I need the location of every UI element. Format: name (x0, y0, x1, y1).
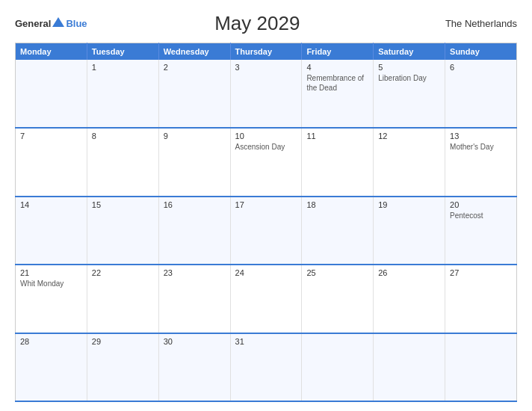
calendar-table: Monday Tuesday Wednesday Thursday Friday… (15, 43, 517, 402)
day-number: 2 (164, 63, 226, 72)
calendar-cell: 23 (158, 265, 230, 333)
day-event: Ascension Day (235, 143, 285, 151)
calendar-cell: 31 (230, 333, 302, 401)
logo-general-text: General (15, 18, 51, 29)
day-number: 31 (235, 337, 297, 346)
calendar-cell (302, 333, 374, 401)
calendar-cell: 3 (230, 60, 302, 128)
country-label: The Netherlands (427, 18, 517, 29)
weekday-header-row: Monday Tuesday Wednesday Thursday Friday… (16, 43, 517, 61)
calendar-cell: 18 (302, 197, 374, 265)
calendar-cell: 21Whit Monday (16, 265, 87, 333)
calendar-cell (374, 333, 445, 401)
day-number: 20 (450, 200, 512, 209)
calendar-cell: 11 (302, 128, 374, 196)
calendar-cell: 8 (87, 128, 158, 196)
day-number: 24 (235, 268, 297, 277)
calendar-cell: 26 (374, 265, 445, 333)
day-event: Liberation Day (378, 74, 426, 82)
calendar-cell: 29 (87, 333, 158, 401)
calendar-cell: 15 (87, 197, 158, 265)
calendar-cell: 2 (158, 60, 230, 128)
calendar-cell: 30 (158, 333, 230, 401)
calendar-cell: 12 (374, 128, 445, 196)
day-number: 23 (164, 268, 226, 277)
header-tuesday: Tuesday (87, 43, 158, 61)
calendar-cell: 5Liberation Day (374, 60, 445, 128)
calendar-cell: 17 (230, 197, 302, 265)
day-number: 17 (235, 200, 297, 209)
calendar-cell: 25 (302, 265, 374, 333)
logo-triangle-icon (52, 17, 64, 27)
day-number: 21 (20, 268, 82, 277)
day-event: Remembrance of the Dead (306, 74, 364, 92)
calendar-cell: 10Ascension Day (230, 128, 302, 196)
calendar-week-row: 21Whit Monday222324252627 (16, 265, 517, 333)
month-title: May 2029 (87, 12, 427, 35)
calendar-cell: 13Mother's Day (445, 128, 517, 196)
day-number: 10 (235, 132, 297, 140)
header-sunday: Sunday (445, 43, 517, 61)
calendar-cell: 20Pentecost (445, 197, 517, 265)
calendar-cell: 28 (16, 333, 87, 401)
calendar-cell: 19 (374, 197, 445, 265)
logo: General Blue (15, 18, 87, 29)
day-number: 27 (450, 268, 512, 277)
calendar-cell: 7 (16, 128, 87, 196)
calendar-cell: 24 (230, 265, 302, 333)
calendar-body: 1234Remembrance of the Dead5Liberation D… (16, 60, 517, 401)
day-number: 5 (378, 63, 440, 72)
day-number: 30 (164, 337, 226, 346)
day-number: 15 (92, 200, 154, 209)
calendar-week-row: 1234Remembrance of the Dead5Liberation D… (16, 60, 517, 128)
calendar-header: Monday Tuesday Wednesday Thursday Friday… (16, 43, 517, 61)
day-number: 28 (20, 337, 82, 346)
calendar-cell (445, 333, 517, 401)
day-number: 7 (20, 132, 82, 140)
header-friday: Friday (302, 43, 374, 61)
day-number: 11 (306, 132, 368, 140)
calendar-cell: 14 (16, 197, 87, 265)
calendar-cell: 4Remembrance of the Dead (302, 60, 374, 128)
header-thursday: Thursday (230, 43, 302, 61)
header-monday: Monday (16, 43, 87, 61)
calendar-cell: 9 (158, 128, 230, 196)
day-number: 4 (306, 63, 368, 72)
calendar-cell: 27 (445, 265, 517, 333)
day-number: 18 (306, 200, 368, 209)
calendar-week-row: 28293031 (16, 333, 517, 401)
calendar-week-row: 14151617181920Pentecost (16, 197, 517, 265)
calendar-cell: 16 (158, 197, 230, 265)
logo-blue-text: Blue (66, 18, 87, 29)
day-number: 3 (235, 63, 297, 72)
day-number: 22 (92, 268, 154, 277)
calendar-cell (16, 60, 87, 128)
day-number: 8 (92, 132, 154, 140)
header-wednesday: Wednesday (158, 43, 230, 61)
calendar-cell: 22 (87, 265, 158, 333)
header: General Blue May 2029 The Netherlands (15, 12, 517, 35)
calendar-cell: 1 (87, 60, 158, 128)
day-number: 13 (450, 132, 512, 140)
day-number: 6 (450, 63, 512, 72)
day-number: 14 (20, 200, 82, 209)
day-event: Mother's Day (450, 143, 494, 151)
day-number: 29 (92, 337, 154, 346)
calendar-page: General Blue May 2029 The Netherlands Mo… (0, 0, 532, 411)
calendar-week-row: 78910Ascension Day111213Mother's Day (16, 128, 517, 196)
day-number: 1 (92, 63, 154, 72)
day-number: 26 (378, 268, 440, 277)
day-event: Whit Monday (20, 279, 64, 288)
day-event: Pentecost (450, 211, 483, 220)
day-number: 25 (306, 268, 368, 277)
day-number: 16 (164, 200, 226, 209)
calendar-cell: 6 (445, 60, 517, 128)
day-number: 9 (164, 132, 226, 140)
day-number: 19 (378, 200, 440, 209)
day-number: 12 (378, 132, 440, 140)
header-saturday: Saturday (374, 43, 445, 61)
